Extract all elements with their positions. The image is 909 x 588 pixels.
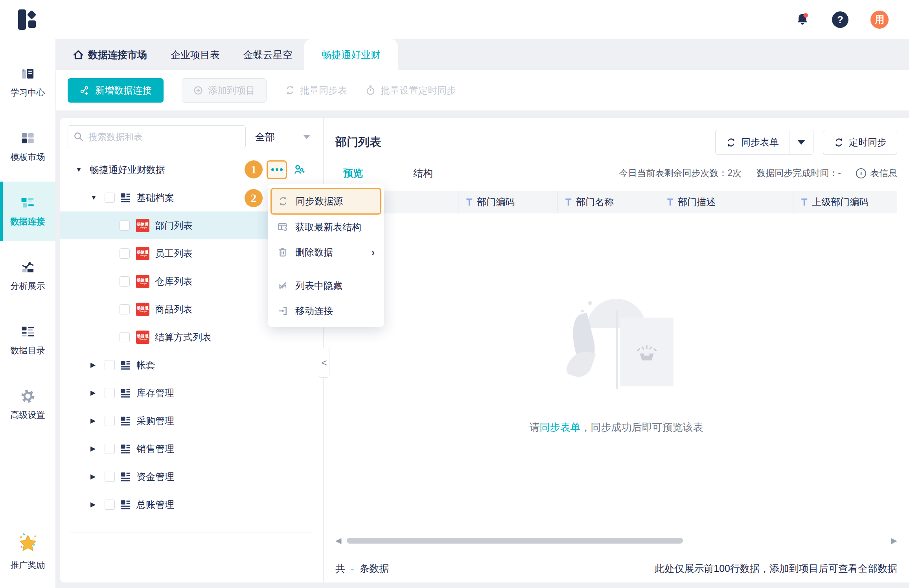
submenu-arrow-icon: › xyxy=(372,247,375,258)
add-to-project-button[interactable]: 添加到项目 xyxy=(182,78,267,103)
sidebar-item-learning-center[interactable]: 学习中心 xyxy=(0,53,55,112)
tree-item-settlement-list[interactable]: 畅捷通Chanjet 结算方式列表 xyxy=(60,323,323,351)
table-group-icon xyxy=(120,415,131,426)
tab-enterprise-project-table[interactable]: 企业项目表 xyxy=(159,39,232,70)
menu-item-sync-data-source[interactable]: 同步数据源 xyxy=(270,188,381,215)
sidebar-item-template-market[interactable]: 模板市场 xyxy=(0,117,55,177)
eye-off-icon xyxy=(277,280,288,291)
filter-dropdown[interactable]: 全部 xyxy=(255,130,313,143)
collapsed-arrow-icon[interactable]: ▶ xyxy=(90,417,99,425)
collapsed-arrow-icon[interactable]: ▶ xyxy=(90,361,99,369)
collapsed-arrow-icon[interactable]: ▶ xyxy=(90,389,99,397)
horizontal-scrollbar: ◀ ▶ xyxy=(335,535,897,546)
tab-kingdee-cloud[interactable]: 金蝶云星空 xyxy=(232,39,304,70)
chanjet-logo-icon: 畅捷通Chanjet xyxy=(136,219,149,232)
chanjet-logo-icon: 畅捷通Chanjet xyxy=(136,331,149,344)
page-tabstrip: 数据连接市场 企业项目表 金蝶云星空 畅捷通好业财 xyxy=(56,39,909,70)
move-out-icon xyxy=(277,305,288,316)
menu-item-fetch-latest-structure[interactable]: 获取最新表结构 xyxy=(268,215,384,240)
column-header-dept-desc[interactable]: T 部门描述 xyxy=(659,191,793,213)
expanded-arrow-icon[interactable]: ▼ xyxy=(75,166,84,174)
menu-item-hide-in-list[interactable]: 列表中隐藏 xyxy=(268,273,384,298)
empty-state: 请同步表单，同步成功后即可预览该表 xyxy=(335,213,897,535)
more-actions-button[interactable] xyxy=(267,160,287,179)
total-label: 共 xyxy=(335,562,345,575)
checkbox[interactable] xyxy=(105,388,115,398)
tree-group-inventory-mgmt[interactable]: ▶ 库存管理 xyxy=(60,379,323,407)
table-info-button[interactable]: i 表信息 xyxy=(856,167,897,179)
column-header-dept-code[interactable]: T 部门编码 xyxy=(458,191,557,213)
sync-icon xyxy=(834,137,844,148)
checkbox[interactable] xyxy=(105,360,115,370)
sidebar-item-data-connection[interactable]: 数据连接 xyxy=(0,182,55,241)
scroll-left-icon[interactable]: ◀ xyxy=(335,537,341,544)
sidebar-item-analysis-display[interactable]: 分析展示 xyxy=(0,246,55,306)
notification-bell-icon[interactable] xyxy=(795,12,810,28)
checkbox[interactable] xyxy=(120,304,130,314)
tree-group-fund-mgmt[interactable]: ▶ 资金管理 xyxy=(60,463,323,491)
scrollbar-thumb[interactable] xyxy=(347,538,683,544)
collapsed-arrow-icon[interactable]: ▶ xyxy=(90,472,99,481)
tree-group-account-set[interactable]: ▶ 帐套 xyxy=(60,351,323,379)
checkbox[interactable] xyxy=(105,500,115,510)
tree-root-chanjet-data[interactable]: ▼ 畅捷通好业财数据 xyxy=(60,156,323,184)
batch-sync-tables-button[interactable]: 批量同步表 xyxy=(285,84,347,97)
tab-data-connection-market[interactable]: 数据连接市场 xyxy=(72,39,159,70)
chanjet-logo-icon: 畅捷通Chanjet xyxy=(136,303,149,316)
topbar: ? 用 xyxy=(0,0,909,39)
sidebar-item-promo-rewards[interactable]: 推广奖励 xyxy=(0,522,55,582)
sync-icon xyxy=(285,85,295,96)
expanded-arrow-icon[interactable]: ▼ xyxy=(90,194,99,202)
table-title: 部门列表 xyxy=(335,134,381,150)
new-data-connection-button[interactable]: 新增数据连接 xyxy=(68,78,164,103)
checkbox[interactable] xyxy=(120,220,130,231)
tree-group-purchase-mgmt[interactable]: ▶ 采购管理 xyxy=(60,407,323,435)
menu-divider xyxy=(268,269,384,269)
checkbox[interactable] xyxy=(120,276,130,287)
checkbox[interactable] xyxy=(105,193,115,203)
collapsed-arrow-icon[interactable]: ▶ xyxy=(90,500,99,509)
context-menu: 同步数据源 获取 xyxy=(268,184,384,327)
info-icon: i xyxy=(856,168,866,178)
help-question-icon[interactable]: ? xyxy=(832,11,848,28)
gear-icon xyxy=(20,389,36,404)
sidebar-item-advanced-settings[interactable]: 高级设置 xyxy=(0,375,55,435)
tab-chanjet-active[interactable]: 畅捷通好业财 xyxy=(304,39,398,70)
empty-illustration xyxy=(565,299,668,397)
scroll-right-icon[interactable]: ▶ xyxy=(891,537,897,544)
menu-item-delete-data[interactable]: 删除数据 › xyxy=(268,240,384,265)
batch-schedule-sync-button[interactable]: 批量设置定时同步 xyxy=(365,84,456,97)
collapsed-arrow-icon[interactable]: ▶ xyxy=(90,445,99,453)
tree-group-ledger-mgmt[interactable]: ▶ 总账管理 xyxy=(60,491,323,518)
table-group-icon xyxy=(120,443,131,454)
checkbox[interactable] xyxy=(120,332,130,342)
chevron-down-icon xyxy=(303,135,310,139)
menu-item-move-connection[interactable]: 移动连接 xyxy=(268,298,384,323)
column-header-parent-dept-code[interactable]: T 上级部门编码 xyxy=(793,191,897,213)
checkbox[interactable] xyxy=(120,248,130,259)
app-logo-icon[interactable] xyxy=(18,9,36,31)
collapse-pane-handle[interactable]: < xyxy=(319,348,329,378)
checkbox[interactable] xyxy=(105,472,115,482)
sync-form-dropdown-button[interactable] xyxy=(789,130,813,154)
user-avatar[interactable]: 用 xyxy=(870,11,889,29)
text-type-icon: T xyxy=(801,197,807,208)
column-header-dept-name[interactable]: T 部门名称 xyxy=(557,191,659,213)
table-structure-icon xyxy=(277,222,288,233)
sidebar-item-data-catalog[interactable]: 数据目录 xyxy=(0,311,55,370)
schedule-sync-button[interactable]: 定时同步 xyxy=(823,130,897,155)
sidebar: 学习中心 模板市场 xyxy=(0,39,56,588)
tab-preview[interactable]: 预览 xyxy=(343,167,363,180)
tree-group-sales-mgmt[interactable]: ▶ 销售管理 xyxy=(60,435,323,463)
checkbox[interactable] xyxy=(105,416,115,426)
table-group-icon xyxy=(120,388,131,398)
tab-structure[interactable]: 结构 xyxy=(413,167,433,180)
chanjet-logo-icon: 畅捷通Chanjet xyxy=(136,275,149,288)
sync-form-button[interactable]: 同步表单 xyxy=(716,130,789,154)
checkbox[interactable] xyxy=(105,444,115,454)
auth-key-icon[interactable] xyxy=(293,164,305,176)
sync-icon xyxy=(278,196,289,207)
search-input[interactable] xyxy=(68,125,246,148)
sync-form-link[interactable]: 同步表单 xyxy=(540,421,581,433)
preview-limit-note: 此处仅展示前100行数据，添加到项目后可查看全部数据 xyxy=(655,562,897,575)
